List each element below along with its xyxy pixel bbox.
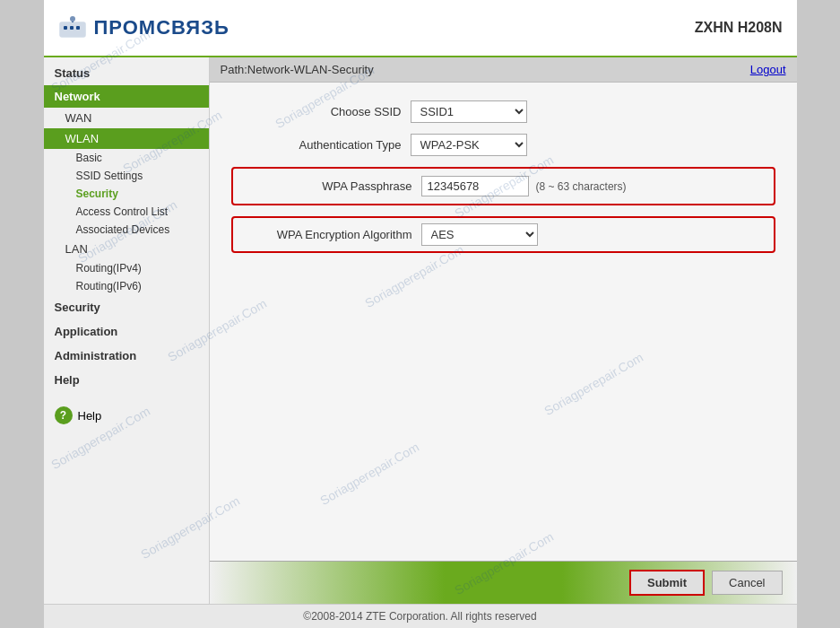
sidebar-item-network[interactable]: Network bbox=[44, 85, 209, 108]
sidebar-item-basic[interactable]: Basic bbox=[44, 149, 209, 167]
logo-text: ПРОМСВЯЗЬ bbox=[94, 16, 229, 39]
content-header: Path:Network-WLAN-Security Logout bbox=[210, 57, 797, 83]
wpa-encryption-select[interactable]: AES TKIP AES+TKIP bbox=[421, 223, 538, 246]
sidebar-item-help-section[interactable]: Help bbox=[44, 368, 209, 392]
sidebar-item-status[interactable]: Status bbox=[44, 61, 209, 85]
sidebar-help-label[interactable]: Help bbox=[78, 409, 102, 423]
cancel-button[interactable]: Cancel bbox=[712, 571, 782, 595]
sidebar-item-security-section[interactable]: Security bbox=[44, 295, 209, 319]
logo-area: ПРОМСВЯЗЬ bbox=[58, 13, 229, 42]
page-footer: ©2008-2014 ZTE Corporation. All rights r… bbox=[44, 604, 797, 628]
logo-icon bbox=[58, 13, 87, 42]
copyright-text: ©2008-2014 ZTE Corporation. All rights r… bbox=[303, 610, 536, 623]
ssid-row: Choose SSID SSID1 SSID2 SSID3 SSID4 bbox=[231, 100, 775, 123]
sidebar-item-ssid-settings[interactable]: SSID Settings bbox=[44, 167, 209, 185]
sidebar-item-routing-ipv4[interactable]: Routing(IPv4) bbox=[44, 259, 209, 277]
sidebar-item-security[interactable]: Security bbox=[44, 185, 209, 203]
sidebar-item-routing-ipv6[interactable]: Routing(IPv6) bbox=[44, 277, 209, 295]
auth-type-label: Authentication Type bbox=[231, 138, 411, 152]
form-footer: Submit Cancel bbox=[210, 561, 797, 604]
sidebar-item-wan[interactable]: WAN bbox=[44, 108, 209, 128]
svg-rect-2 bbox=[70, 26, 74, 30]
wpa-passphrase-label: WPA Passphrase bbox=[242, 179, 421, 193]
device-name: ZXHN H208N bbox=[695, 20, 783, 36]
wpa-passphrase-hint: (8 ~ 63 characters) bbox=[536, 180, 627, 193]
svg-rect-3 bbox=[76, 26, 80, 30]
ssid-select[interactable]: SSID1 SSID2 SSID3 SSID4 bbox=[411, 100, 527, 123]
header: ПРОМСВЯЗЬ ZXHN H208N bbox=[44, 0, 797, 57]
wpa-encryption-highlighted-row: WPA Encryption Algorithm AES TKIP AES+TK… bbox=[231, 216, 775, 253]
wpa-encryption-label: WPA Encryption Algorithm bbox=[242, 228, 421, 241]
sidebar-help: ? Help bbox=[44, 399, 209, 432]
path-text: Path:Network-WLAN-Security bbox=[221, 63, 374, 76]
content-area: Path:Network-WLAN-Security Logout Choose… bbox=[210, 57, 797, 604]
content-body: Choose SSID SSID1 SSID2 SSID3 SSID4 Auth… bbox=[210, 83, 797, 561]
sidebar-item-application[interactable]: Application bbox=[44, 319, 209, 344]
help-icon[interactable]: ? bbox=[55, 406, 73, 424]
auth-type-select[interactable]: WPA2-PSK WPA-PSK WEP None bbox=[411, 134, 527, 156]
sidebar-item-access-control[interactable]: Access Control List bbox=[44, 203, 209, 221]
sidebar-item-wlan[interactable]: WLAN bbox=[44, 128, 209, 149]
logout-link[interactable]: Logout bbox=[750, 63, 786, 76]
wpa-passphrase-highlighted-row: WPA Passphrase (8 ~ 63 characters) bbox=[231, 167, 775, 205]
svg-point-4 bbox=[70, 16, 75, 22]
sidebar-item-associated[interactable]: Associated Devices bbox=[44, 221, 209, 239]
sidebar-item-administration[interactable]: Administration bbox=[44, 344, 209, 368]
submit-button[interactable]: Submit bbox=[629, 570, 705, 596]
auth-type-row: Authentication Type WPA2-PSK WPA-PSK WEP… bbox=[231, 134, 775, 156]
sidebar: Status Network WAN WLAN Basic SSID Setti… bbox=[44, 57, 210, 604]
ssid-label: Choose SSID bbox=[231, 105, 411, 118]
wpa-passphrase-input[interactable] bbox=[421, 176, 529, 196]
svg-rect-1 bbox=[64, 26, 67, 30]
main-layout: Status Network WAN WLAN Basic SSID Setti… bbox=[44, 57, 797, 604]
sidebar-item-lan[interactable]: LAN bbox=[44, 239, 209, 259]
